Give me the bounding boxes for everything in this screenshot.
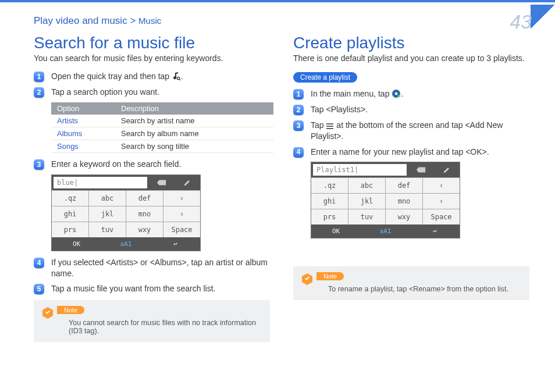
step-badge: 4 (293, 147, 304, 158)
page-number: 43 (510, 10, 532, 33)
key: .qz (52, 190, 89, 206)
key: def (386, 177, 423, 193)
step-text: Tap a search option you want. (51, 87, 159, 97)
step-badge: 1 (34, 72, 44, 82)
th-option: Option (51, 102, 115, 115)
cell-option: Albums (51, 127, 115, 140)
breadcrumb-sep: > (130, 15, 136, 26)
svg-line-1 (179, 79, 180, 80)
table-row: ArtistsSearch by artist name (51, 115, 273, 127)
music-disc-icon: + (392, 89, 401, 98)
key: wxy (386, 209, 423, 224)
step-text-tail: . (181, 72, 183, 81)
key: tuv (348, 209, 386, 224)
key: jkl (89, 206, 126, 222)
step-text: Tap <Playlists>. (311, 105, 368, 114)
return-icon: ↩ (410, 224, 460, 238)
step-3: 3 Tap at the bottom of the screen and ta… (293, 120, 529, 142)
key: Space (163, 222, 200, 237)
key: mno (126, 206, 163, 222)
delete-icon (149, 175, 175, 190)
subheading-pill: Create a playlist (293, 72, 357, 83)
key: tuv (89, 222, 126, 237)
corner-accent (531, 5, 555, 29)
step-5: 5 Tap a music file you want from the sea… (34, 283, 270, 294)
step-badge: 3 (293, 120, 304, 131)
breadcrumb-sub: Music (138, 16, 161, 26)
step-4: 4 Enter a name for your new playlist and… (293, 147, 529, 158)
key: ‹ (163, 190, 200, 206)
note-label: Note (57, 306, 84, 314)
key: ghi (311, 193, 348, 209)
note-text: To rename a playlist, tap <Rename> from … (328, 285, 521, 293)
step-4: 4 If you selected <Artists> or <Albums>,… (34, 257, 270, 279)
key: def (126, 190, 163, 206)
step-2: 2 Tap a search option you want. (34, 87, 270, 98)
heading-search: Search for a music file (34, 34, 270, 52)
keypad-input: blue| (54, 177, 147, 188)
note-cube-icon (41, 306, 55, 320)
th-desc: Description (115, 102, 273, 115)
key: ‹ (423, 177, 460, 193)
step-1: 1 Open the quick tray and then tap . (34, 71, 270, 82)
step-text: Tap a music file you want from the searc… (51, 284, 215, 293)
breadcrumb-main: Play video and music (34, 15, 127, 26)
step-text: Enter a name for your new playlist and t… (311, 147, 489, 156)
key: Space (423, 209, 460, 224)
step-text-tail: at the bottom of the screen and tap <Add… (311, 120, 503, 141)
step-text: Enter a keyword on the search field. (51, 159, 181, 169)
step-badge: 4 (34, 258, 44, 268)
key: › (423, 193, 460, 209)
cell-option: Songs (51, 140, 115, 152)
key: abc (89, 190, 126, 206)
menu-icon (326, 123, 334, 130)
cell-desc: Search by album name (115, 127, 273, 140)
pencil-icon (434, 162, 460, 177)
heading-playlists: Create playlists (293, 34, 529, 52)
pencil-icon (175, 175, 200, 190)
note-label: Note (316, 272, 344, 280)
keypad-illustration: blue| .qzabcdef‹ ghijklmno› prstuvwxySpa… (51, 174, 201, 251)
key: prs (311, 209, 348, 224)
note-box: Note You cannot search for music files w… (34, 300, 270, 342)
cell-option: Artists (51, 115, 115, 127)
step-text: If you selected <Artists> or <Albums>, t… (51, 258, 268, 278)
key-ok: OK (52, 237, 101, 251)
right-column: Create playlists There is one default pl… (293, 31, 529, 342)
step-badge: 2 (293, 105, 304, 115)
table-row: SongsSearch by song tiltle (51, 140, 273, 152)
lead-playlists: There is one default playlist and you ca… (293, 54, 529, 63)
key: jkl (348, 193, 386, 209)
options-table: OptionDescription ArtistsSearch by artis… (51, 102, 273, 153)
step-1: 1 In the main menu, tap +. (293, 88, 529, 99)
step-badge: 2 (34, 87, 44, 98)
step-badge: 5 (34, 284, 44, 294)
breadcrumb: Play video and music > Music (34, 15, 529, 27)
keypad-illustration: Playlist1| .qzabcdef‹ ghijklmno› prstuvw… (311, 162, 460, 238)
cell-desc: Search by song tiltle (115, 140, 273, 152)
step-text: Open the quick tray and then tap (51, 72, 172, 81)
key: ghi (52, 206, 89, 222)
step-text: In the main menu, tap (311, 89, 392, 98)
step-3: 3 Enter a keyword on the search field. (34, 159, 270, 170)
note-cube-icon (300, 272, 314, 286)
key: prs (52, 222, 89, 237)
key: › (163, 206, 200, 222)
note-text: You cannot search for music files with n… (69, 319, 262, 335)
key-ok: OK (311, 224, 361, 238)
step-text: Tap (311, 120, 326, 130)
key: mno (386, 193, 423, 209)
key: wxy (126, 222, 163, 237)
key: .qz (311, 177, 348, 193)
key: abc (348, 177, 386, 193)
note-box: Note To rename a playlist, tap <Rename> … (293, 266, 529, 300)
music-search-icon (172, 72, 181, 81)
step-2: 2 Tap <Playlists>. (293, 104, 529, 115)
key-mode: aA1 (101, 237, 151, 251)
key-mode: aA1 (361, 224, 410, 238)
svg-point-3 (395, 92, 398, 95)
table-row: AlbumsSearch by album name (51, 127, 273, 140)
delete-icon (408, 162, 434, 177)
return-icon: ↩ (151, 237, 200, 251)
cell-desc: Search by artist name (115, 115, 273, 127)
